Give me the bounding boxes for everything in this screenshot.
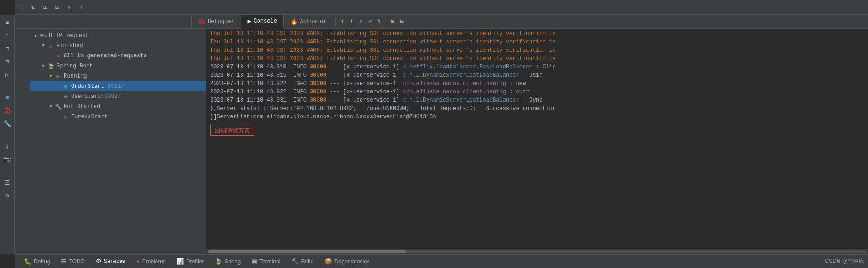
arrow-icon [55, 114, 61, 120]
status-tab-profiler[interactable]: 📊 Profiler [171, 255, 209, 268]
toolbar-icon-add[interactable]: + [77, 3, 86, 12]
fallback-button[interactable]: 启动降级方案 [210, 125, 254, 136]
tree-label-orderstart: OrderStart [71, 83, 104, 90]
icon-camera[interactable]: 📷 [1, 153, 13, 165]
tree-label-not-started: Not Started [64, 104, 100, 110]
problems-label: Problems [142, 258, 166, 265]
tree-item-http-request[interactable]: ▶ API HTTP Request [30, 30, 206, 41]
tree-label-spring-boot: Spring Boot [56, 63, 93, 69]
debug-icon: 🐛 [24, 258, 31, 265]
console-icon-stop[interactable]: ↯ [374, 17, 384, 26]
build-label: Build [301, 258, 313, 265]
log-line: ]]ServerList:com.alibaba.cloud.nacos.rib… [206, 113, 868, 121]
tab-console[interactable]: ▶ Console [241, 15, 284, 29]
console-icon-refresh[interactable]: ↺ [365, 17, 374, 26]
status-right-text: CSDN @何中应 [825, 257, 864, 265]
icon-list[interactable]: ☰ [1, 177, 13, 189]
log-line: 2023-07-13 11:10:43.922 INFO 30300 --- [… [206, 88, 868, 96]
status-tab-problems[interactable]: ● Problems [131, 255, 171, 268]
icon-wrench[interactable]: 🔧 [1, 117, 13, 129]
toolbar-icon-align[interactable]: ≡ [17, 3, 26, 12]
toolbar-icon-filter[interactable]: ⊡ [53, 3, 62, 12]
tree-item-running[interactable]: ▼ ▶ Running [30, 71, 206, 81]
debug-label: Debug [34, 258, 50, 265]
icon-grid[interactable]: ⊞ [1, 43, 13, 55]
scrollbar-track [208, 250, 866, 253]
tree-item-orderstart[interactable]: ⚙ OrderStart :8081/ [30, 81, 206, 91]
debugger-icon: 🐞 [198, 18, 205, 25]
actuator-icon: 🔥 [290, 18, 298, 25]
icon-sort[interactable]: ↕ [1, 30, 13, 42]
tree-item-finished[interactable]: ▼ ↺ Finished [30, 41, 206, 51]
toolbar-icon-expand[interactable]: ⇲ [65, 3, 74, 12]
top-toolbar: ≡ ⇅ ⊞ ⊡ ⇲ + [15, 0, 868, 15]
tree-item-not-started[interactable]: ▼ 🔧 Not Started [30, 102, 206, 112]
terminal-icon: ▣ [252, 258, 257, 265]
log-line: 2023-07-13 11:10:43.910 INFO 30300 --- [… [206, 63, 868, 71]
toolbar-icon-grid[interactable]: ⊞ [41, 3, 50, 12]
terminal-label: Terminal [259, 258, 280, 265]
tree-label-eureka: EurekaStart [71, 114, 108, 120]
console-icon-grid[interactable]: ⊞ [388, 17, 397, 26]
icon-debug[interactable]: 🐞 [1, 104, 13, 116]
eureka-icon: ⚙ [62, 113, 69, 121]
profiler-icon: 📊 [176, 258, 184, 265]
icon-settings[interactable]: ⚙ [1, 189, 13, 201]
log-area[interactable]: Thu Jul 13 11:10:43 CST 2023 WARN: Estab… [206, 29, 868, 249]
tree-item-spring-boot[interactable]: ▼ 🍃 Spring Boot [30, 61, 206, 71]
status-tab-services[interactable]: ⚙ Services [90, 255, 131, 268]
log-scrollbar[interactable] [206, 249, 868, 254]
api-icon: API [40, 32, 47, 39]
tree-label-finished: Finished [56, 43, 83, 49]
status-tab-dependencies[interactable]: 📦 Dependencies [319, 255, 375, 268]
user-service-icon: ⚙ [62, 93, 69, 100]
log-line: Thu Jul 13 11:10:43 CST 2023 WARN: Estab… [206, 30, 868, 38]
arrow-icon: ▼ [41, 63, 46, 69]
log-line: 2023-07-13 11:10:43.931 INFO 30300 --- [… [206, 96, 868, 104]
order-service-icon: ⚙ [62, 83, 69, 90]
icon-play[interactable]: ▷ [1, 68, 13, 80]
console-icon-top[interactable]: ⬆ [356, 17, 365, 26]
console-icon-split[interactable]: ⊟ [397, 17, 406, 26]
dependencies-label: Dependencies [334, 258, 370, 265]
tree-item-generated-requests[interactable]: ✕ All in generated-requests [30, 51, 206, 61]
tree-label-userstart: UserStart [71, 93, 101, 100]
wrench-icon: 🔧 [54, 103, 62, 110]
tree-label-running: Running [64, 73, 87, 79]
todo-icon: ☰ [61, 258, 66, 265]
arrow-icon [55, 84, 61, 89]
run-icon: ▶ [54, 73, 62, 80]
console-icon-up[interactable]: ⬆ [338, 17, 347, 26]
profiler-label: Profiler [186, 258, 204, 265]
status-tab-build[interactable]: 🔨 Build [286, 255, 319, 268]
tab-debugger[interactable]: 🐞 Debugger [192, 15, 241, 29]
arrow-icon: ▼ [48, 104, 54, 110]
left-icon-bar: ≡ ↕ ⊞ ⊡ ▷ ■ 🐞 🔧 ⤵ 📷 ☰ ⚙ [0, 15, 15, 254]
scrollbar-thumb[interactable] [208, 250, 406, 253]
log-line: Thu Jul 13 11:10:43 CST 2023 WARN: Estab… [206, 38, 868, 46]
orderstart-port: :8081/ [104, 83, 124, 90]
console-icon-down[interactable]: ⬇ [347, 17, 356, 26]
tree-item-eureka[interactable]: ⚙ EurekaStart [30, 112, 206, 122]
userstart-port: :8082/ [101, 93, 121, 100]
tree-item-userstart[interactable]: ⚙ UserStart :8082/ [30, 91, 206, 102]
left-tree-panel: ▶ API HTTP Request ▼ ↺ Finished ✕ A [15, 29, 206, 254]
toolbar-icon-sort[interactable]: ⇅ [29, 3, 38, 12]
console-icon: ▶ [248, 18, 252, 25]
status-tab-debug[interactable]: 🐛 Debug [18, 255, 55, 268]
log-line: Thu Jul 13 11:10:43 CST 2023 WARN: Estab… [206, 55, 868, 63]
icon-filter[interactable]: ⊡ [1, 55, 13, 67]
status-tab-terminal[interactable]: ▣ Terminal [246, 255, 286, 268]
tree-label-http-request: HTTP Request [49, 32, 89, 39]
arrow-icon [48, 53, 54, 59]
dependencies-icon: 📦 [325, 258, 332, 265]
tab-actuator[interactable]: 🔥 Actuator [284, 15, 334, 29]
icon-stop[interactable]: ■ [1, 91, 13, 104]
status-tab-spring[interactable]: 🍃 Spring [209, 255, 246, 268]
arrow-icon [55, 94, 61, 99]
log-line: Thu Jul 13 11:10:43 CST 2023 WARN: Estab… [206, 46, 868, 55]
icon-align[interactable]: ≡ [1, 17, 13, 29]
status-tab-todo[interactable]: ☰ TODO [55, 255, 90, 268]
icon-step-over[interactable]: ⤵ [1, 140, 13, 152]
refresh-icon: ↺ [47, 42, 54, 49]
